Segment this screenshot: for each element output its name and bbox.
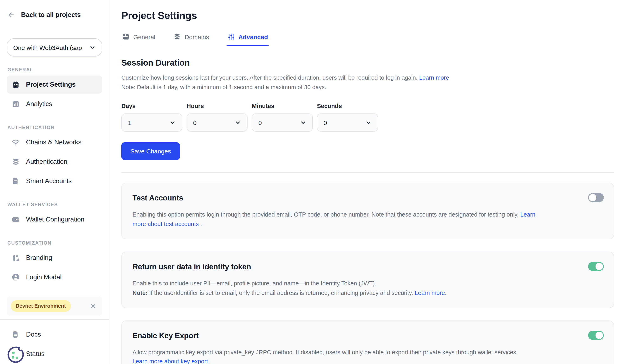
app-window: Back to all projects One with Web3Auth (… bbox=[0, 0, 624, 364]
sidebar-item-authentication[interactable]: Authentication bbox=[7, 153, 102, 171]
back-to-projects-button[interactable]: Back to all projects bbox=[0, 0, 109, 30]
section-divider bbox=[121, 172, 614, 173]
sidebar-item-smart-accounts[interactable]: Smart Accounts bbox=[7, 172, 102, 190]
sidebar-item-status[interactable]: Status bbox=[7, 345, 102, 363]
key-export-learn-more-link[interactable]: Learn more about key export. bbox=[132, 358, 210, 364]
tab-advanced[interactable]: Advanced bbox=[226, 32, 269, 46]
hours-label: Hours bbox=[186, 103, 248, 109]
sidebar-item-wallet-configuration[interactable]: Wallet Configuration bbox=[7, 210, 102, 228]
sidebar-item-label: Project Settings bbox=[26, 81, 76, 88]
card-text: Enable this to include user PII—email, p… bbox=[132, 280, 376, 287]
duration-field-seconds: Seconds 0 bbox=[317, 103, 378, 132]
sidebar-item-label: Login Modal bbox=[26, 273, 61, 281]
card-title: Return user data in identity token bbox=[132, 262, 603, 271]
main-content: Project Settings General Domains Advance… bbox=[109, 0, 624, 364]
session-learn-more-link[interactable]: Learn more bbox=[419, 74, 449, 81]
sidebar-item-label: Status bbox=[26, 350, 45, 358]
sidebar-item-label: Branding bbox=[26, 254, 52, 262]
minutes-value: 0 bbox=[258, 119, 262, 126]
sidebar-item-label: Smart Accounts bbox=[26, 177, 72, 185]
toggle-knob bbox=[589, 194, 596, 201]
card-text: . bbox=[199, 221, 202, 227]
hours-value: 0 bbox=[193, 119, 197, 126]
seconds-value: 0 bbox=[324, 119, 327, 126]
clipboard-icon bbox=[12, 81, 20, 89]
chevron-down-icon bbox=[170, 120, 176, 126]
sidebar-item-label: Wallet Configuration bbox=[26, 216, 84, 223]
sidebar-footer: Docs Status bbox=[7, 319, 102, 364]
card-text: If the userIdentifier is set to email, o… bbox=[148, 289, 415, 296]
card-description: Enable this to include user PII—email, p… bbox=[132, 279, 603, 298]
seconds-label: Seconds bbox=[317, 103, 378, 109]
table-icon bbox=[122, 33, 130, 40]
toggle-knob bbox=[596, 331, 603, 339]
session-duration-title: Session Duration bbox=[121, 58, 614, 68]
sidebar-item-login-modal[interactable]: Login Modal bbox=[7, 268, 102, 286]
card-description: Allow programmatic key export via privat… bbox=[132, 347, 603, 364]
sidebar-item-chains-networks[interactable]: Chains & Networks bbox=[7, 133, 102, 151]
chevron-down-icon bbox=[89, 44, 96, 51]
identity-token-learn-more-link[interactable]: Learn more. bbox=[415, 289, 446, 296]
minutes-label: Minutes bbox=[252, 103, 313, 109]
project-selector-value: One with Web3Auth (sap bbox=[13, 44, 82, 51]
chevron-down-icon bbox=[300, 120, 306, 126]
key-export-card: Enable Key Export Allow programmatic key… bbox=[121, 320, 614, 364]
card-title: Enable Key Export bbox=[132, 331, 603, 340]
sliders-icon bbox=[227, 33, 235, 40]
sidebar-item-analytics[interactable]: Analytics bbox=[7, 95, 102, 113]
database-icon bbox=[12, 158, 20, 166]
test-accounts-card: Test Accounts Enabling this option permi… bbox=[121, 183, 614, 239]
tab-label: General bbox=[133, 33, 156, 40]
sidebar-item-branding[interactable]: Branding bbox=[7, 249, 102, 267]
days-value: 1 bbox=[128, 119, 131, 126]
environment-card: Devnet Environment bbox=[7, 296, 102, 315]
docs-icon bbox=[12, 331, 20, 338]
user-circle-icon bbox=[12, 273, 20, 281]
project-selector-dropdown[interactable]: One with Web3Auth (sap bbox=[7, 38, 102, 56]
sidebar-item-project-settings[interactable]: Project Settings bbox=[7, 75, 102, 94]
sidebar-item-label: Docs bbox=[26, 331, 41, 338]
toggle-knob bbox=[596, 263, 603, 270]
identity-token-toggle[interactable] bbox=[588, 262, 604, 271]
paintbrush-icon bbox=[12, 254, 20, 262]
wifi-icon bbox=[12, 138, 20, 146]
session-note-text: Note: Default is 1 day, with a minimum o… bbox=[121, 84, 326, 90]
seconds-select[interactable]: 0 bbox=[317, 113, 378, 132]
close-icon[interactable] bbox=[90, 303, 97, 310]
session-duration-description: Customize how long sessions last for you… bbox=[121, 73, 614, 92]
back-label: Back to all projects bbox=[21, 11, 81, 19]
tab-general[interactable]: General bbox=[121, 32, 156, 46]
sidebar-item-docs[interactable]: Docs bbox=[7, 325, 102, 343]
minutes-select[interactable]: 0 bbox=[252, 113, 313, 132]
tab-label: Advanced bbox=[238, 33, 268, 40]
card-description: Enabling this option permits login throu… bbox=[132, 210, 541, 229]
sidebar-section-authentication: AUTHENTICATION bbox=[7, 125, 102, 130]
hours-select[interactable]: 0 bbox=[186, 113, 248, 132]
wallet-icon bbox=[12, 215, 20, 223]
tab-bar: General Domains Advanced bbox=[121, 32, 614, 46]
duration-fields: Days 1 Hours 0 Minutes 0 bbox=[121, 103, 614, 132]
tab-label: Domains bbox=[185, 33, 209, 40]
duration-field-hours: Hours 0 bbox=[186, 103, 248, 132]
page-title: Project Settings bbox=[121, 10, 614, 22]
chevron-down-icon bbox=[235, 120, 241, 126]
note-label: Note: bbox=[132, 289, 148, 296]
key-export-toggle[interactable] bbox=[588, 331, 604, 340]
sidebar: Back to all projects One with Web3Auth (… bbox=[0, 0, 109, 364]
sidebar-section-general: GENERAL bbox=[7, 67, 102, 72]
tab-domains[interactable]: Domains bbox=[173, 32, 210, 46]
session-description-text: Customize how long sessions last for you… bbox=[121, 74, 417, 81]
days-label: Days bbox=[121, 103, 182, 109]
environment-badge: Devnet Environment bbox=[11, 300, 71, 312]
bar-chart-icon bbox=[12, 100, 20, 108]
save-changes-button[interactable]: Save Changes bbox=[121, 142, 180, 160]
identity-token-card: Return user data in identity token Enabl… bbox=[121, 252, 614, 308]
days-select[interactable]: 1 bbox=[121, 113, 182, 132]
database-icon bbox=[174, 33, 181, 40]
test-accounts-toggle[interactable] bbox=[588, 193, 604, 202]
sidebar-item-label: Chains & Networks bbox=[26, 139, 81, 146]
duration-field-days: Days 1 bbox=[121, 103, 182, 132]
sidebar-item-label: Analytics bbox=[26, 100, 52, 108]
document-icon bbox=[12, 177, 20, 185]
chevron-down-icon bbox=[365, 120, 371, 126]
